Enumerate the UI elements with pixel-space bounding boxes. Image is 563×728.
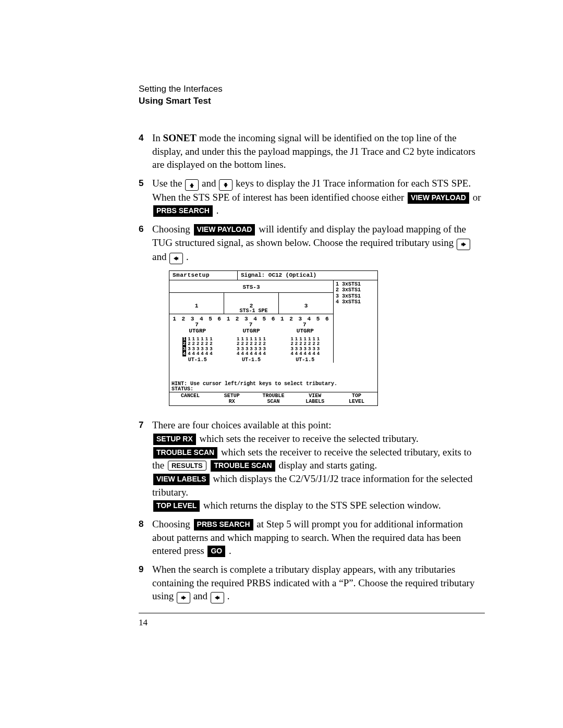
top-level-label: TOP LEVEL xyxy=(153,500,200,512)
step-6: 6 Choosing VIEW PAYLOAD will identify an… xyxy=(139,223,485,413)
page-number: 14 xyxy=(139,618,148,627)
text: . xyxy=(227,590,230,601)
step-4: 4 In SONET mode the incoming signal will… xyxy=(139,131,485,171)
step-body: In SONET mode the incoming signal will b… xyxy=(152,131,485,171)
prbs-search-label: PRBS SEARCH xyxy=(194,519,253,530)
go-label: GO xyxy=(207,546,225,557)
text: Use the xyxy=(152,178,185,189)
text: . xyxy=(216,205,219,216)
step-body: Choosing PRBS SEARCH at Step 5 will prom… xyxy=(152,517,485,558)
sc-col-sel: 1 2 3 4 xyxy=(182,337,186,357)
text: In xyxy=(152,132,163,143)
arrow-right-key xyxy=(177,592,190,603)
text: which sets the receiver to receive the s… xyxy=(200,433,419,444)
sc-tributary-area: 1 2 3 4 5 6 7 UTGRP 1 2 3 4 1 2 3 4 1 2 … xyxy=(169,314,333,363)
sc-hint: HINT: Use cursor left/right keys to sele… xyxy=(169,381,377,387)
arrow-right-key xyxy=(457,239,470,250)
step-body: When the search is complete a tributary … xyxy=(152,563,485,603)
trouble-scan-label-2: TROUBLE SCAN xyxy=(211,460,275,472)
sc-nums: 1 2 3 4 5 6 7 xyxy=(172,316,223,328)
text: which returns the display to the STS SPE… xyxy=(203,500,441,511)
sc-title-right: Signal: OC12 (Optical) xyxy=(238,271,377,280)
step-number: 7 xyxy=(139,418,152,431)
step-8: 8 Choosing PRBS SEARCH at Step 5 will pr… xyxy=(139,517,485,558)
text: display and starts gating. xyxy=(278,460,377,471)
step-body: There are four choices available at this… xyxy=(152,418,485,512)
step-number: 5 xyxy=(139,177,152,190)
view-labels-label: VIEW LABELS xyxy=(153,474,210,485)
setup-rx-label: SETUP RX xyxy=(153,434,196,445)
trouble-scan-label: TROUBLE SCAN xyxy=(153,447,217,459)
sc-sk-cancel: CANCEL xyxy=(169,392,211,405)
sc-sk-view-labels: VIEW LABELS xyxy=(294,392,336,405)
text: or xyxy=(473,192,481,203)
step-5: 5 Use the and keys to display the J1 Tra… xyxy=(139,177,485,217)
instrument-screenshot: Smartsetup Signal: OC12 (Optical) STS-3 … xyxy=(169,270,378,406)
text: . xyxy=(229,545,231,556)
text: There are four choices available at this… xyxy=(152,419,331,430)
sc-ut15: UT-1.5 xyxy=(172,357,223,363)
text: and xyxy=(202,178,218,189)
sc-legend: 1 3xSTS1 2 3xSTS1 3 3xSTS1 4 3xSTS1 xyxy=(333,280,377,363)
text: . xyxy=(186,251,189,262)
mode-name: SONET xyxy=(163,132,197,143)
text: and xyxy=(193,590,210,601)
arrow-up-key xyxy=(185,179,199,191)
sc-title-left: Smartsetup xyxy=(169,271,238,280)
arrow-left-key xyxy=(169,253,183,264)
view-payload-label: VIEW PAYLOAD xyxy=(408,192,469,204)
text: Choosing xyxy=(152,224,193,235)
sc-spe-label: STS-1 SPE xyxy=(169,309,338,314)
arrow-down-key xyxy=(219,179,232,191)
footer: 14 xyxy=(139,613,485,628)
sc-status: STATUS: xyxy=(169,387,377,392)
step-9: 9 When the search is complete a tributar… xyxy=(139,563,485,603)
step-body: Choosing VIEW PAYLOAD will identify and … xyxy=(152,223,485,413)
sc-softkeys: CANCEL SETUP RX TROUBLE SCAN VIEW LABELS… xyxy=(169,392,377,405)
steps-list: 4 In SONET mode the incoming signal will… xyxy=(139,131,485,603)
prbs-search-label: PRBS SEARCH xyxy=(153,205,213,217)
arrow-left-key xyxy=(211,592,224,603)
step-number: 9 xyxy=(139,563,152,576)
section-header-1: Setting the Interfaces xyxy=(139,83,485,95)
step-number: 8 xyxy=(139,517,152,530)
step-number: 4 xyxy=(139,131,152,144)
sc-sk-trouble-scan: TROUBLE SCAN xyxy=(253,392,295,405)
step-number: 6 xyxy=(139,223,152,236)
results-key: RESULTS xyxy=(168,461,206,471)
sc-sk-setup-rx: SETUP RX xyxy=(211,392,253,405)
section-header-2: Using Smart Test xyxy=(139,95,485,107)
text: and xyxy=(152,251,169,262)
page: Setting the Interfaces Using Smart Test … xyxy=(0,0,563,728)
step-7: 7 There are four choices available at th… xyxy=(139,418,485,512)
sc-sk-top-level: TOP LEVEL xyxy=(336,392,377,405)
sc-sts3: STS-3 xyxy=(169,280,333,293)
sc-titlebar: Smartsetup Signal: OC12 (Optical) xyxy=(169,271,377,280)
text: Choosing xyxy=(152,519,193,529)
sc-utgrp: UTGRP xyxy=(172,328,223,334)
step-body: Use the and keys to display the J1 Trace… xyxy=(152,177,485,217)
sc-body: STS-3 STS-1 SPE 1 2 3 1 2 3 4 5 6 7 xyxy=(169,280,377,406)
text: mode the incoming signal will be identif… xyxy=(152,132,475,170)
view-payload-label: VIEW PAYLOAD xyxy=(194,224,255,236)
